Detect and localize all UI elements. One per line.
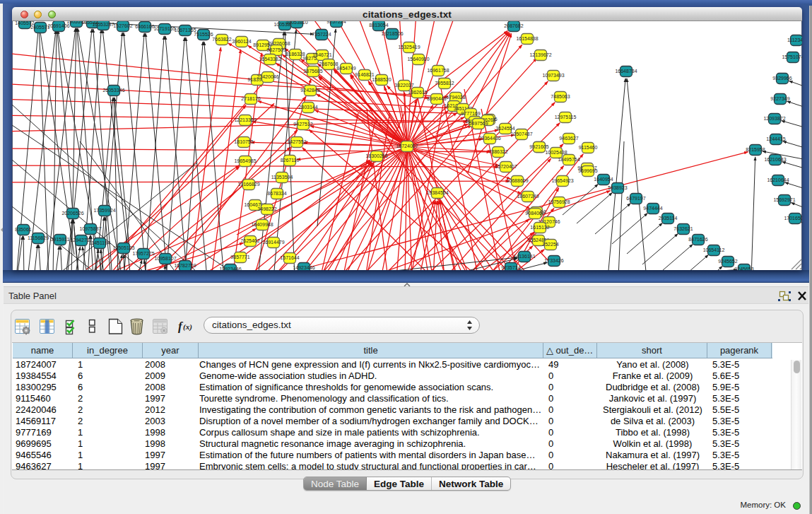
svg-text:9115460: 9115460 — [579, 145, 598, 150]
svg-text:9827509: 9827509 — [266, 47, 286, 52]
svg-text:10654112: 10654112 — [703, 247, 725, 252]
svg-text:2867608: 2867608 — [319, 62, 338, 66]
svg-text:8215958: 8215958 — [746, 147, 765, 152]
svg-text:12213369: 12213369 — [234, 117, 256, 122]
svg-text:7955812: 7955812 — [435, 81, 454, 86]
svg-text:16914479: 16914479 — [262, 240, 284, 245]
svg-text:10975887: 10975887 — [79, 226, 101, 231]
svg-text:11156829: 11156829 — [28, 235, 49, 240]
svg-text:3915911: 3915911 — [51, 237, 70, 242]
svg-text:10507487: 10507487 — [510, 132, 532, 136]
svg-text:15692971: 15692971 — [773, 197, 795, 202]
svg-text:12093872: 12093872 — [763, 116, 785, 121]
svg-text:10671355: 10671355 — [174, 28, 196, 33]
svg-text:10025438: 10025438 — [545, 150, 567, 155]
svg-text:18495754: 18495754 — [558, 157, 579, 162]
svg-text:(x): (x) — [183, 322, 192, 332]
svg-text:835061: 835061 — [15, 227, 31, 232]
svg-text:9245653: 9245653 — [734, 267, 753, 270]
svg-text:3498222: 3498222 — [257, 206, 276, 211]
svg-text:8267110: 8267110 — [281, 158, 300, 163]
svg-text:12139672: 12139672 — [529, 52, 551, 57]
svg-text:9245652: 9245652 — [718, 259, 737, 264]
svg-text:6466160: 6466160 — [135, 24, 154, 29]
svg-text:16782759: 16782759 — [174, 263, 196, 268]
svg-text:20691406: 20691406 — [47, 23, 69, 28]
svg-text:9227349: 9227349 — [770, 96, 789, 101]
svg-text:7625402: 7625402 — [240, 238, 259, 243]
svg-text:8454749: 8454749 — [336, 66, 355, 71]
svg-text:3960124: 3960124 — [232, 39, 251, 44]
svg-text:17016504: 17016504 — [784, 216, 802, 221]
svg-text:16154838: 16154838 — [516, 36, 538, 41]
svg-text:17359924: 17359924 — [93, 208, 115, 213]
svg-text:11451194: 11451194 — [89, 240, 110, 245]
svg-text:10553287: 10553287 — [92, 22, 114, 27]
svg-text:1527602: 1527602 — [113, 23, 132, 28]
svg-text:1588520: 1588520 — [372, 77, 391, 82]
svg-text:7357224: 7357224 — [312, 32, 331, 37]
svg-text:14136141: 14136141 — [513, 254, 535, 259]
svg-text:1571644: 1571644 — [280, 255, 299, 260]
svg-text:14923446: 14923446 — [293, 265, 314, 270]
svg-text:19384554: 19384554 — [426, 190, 448, 195]
svg-text:1546721: 1546721 — [312, 52, 331, 57]
svg-text:8678334: 8678334 — [267, 191, 286, 196]
svg-text:6497569: 6497569 — [469, 121, 488, 126]
svg-text:19756928: 19756928 — [548, 199, 570, 204]
svg-text:2803144: 2803144 — [298, 105, 317, 110]
svg-text:9146821: 9146821 — [355, 72, 374, 77]
svg-text:6479197: 6479197 — [626, 196, 645, 201]
svg-text:12923446: 12923446 — [219, 267, 241, 270]
svg-text:7485063: 7485063 — [551, 94, 570, 99]
svg-text:3822037: 3822037 — [394, 83, 413, 88]
svg-text:12975115: 12975115 — [555, 115, 577, 119]
svg-text:17957275: 17957275 — [132, 251, 154, 256]
svg-text:7663822: 7663822 — [212, 37, 231, 42]
svg-text:19654985: 19654985 — [234, 158, 256, 163]
svg-text:10688609: 10688609 — [506, 178, 528, 183]
svg-text:7386322: 7386322 — [488, 149, 507, 154]
svg-text:9474444: 9474444 — [643, 206, 662, 211]
svg-text:12505135: 12505135 — [112, 245, 134, 250]
svg-text:16961758: 16961758 — [427, 68, 449, 73]
svg-text:20364436: 20364436 — [478, 136, 500, 141]
svg-text:92160: 92160 — [532, 144, 546, 149]
svg-text:10973493: 10973493 — [542, 73, 564, 78]
svg-text:5938923: 5938923 — [608, 185, 627, 190]
svg-text:9699695: 9699695 — [578, 168, 597, 173]
svg-text:16210644: 16210644 — [767, 177, 789, 182]
svg-text:10053810: 10053810 — [286, 21, 307, 25]
svg-text:15751074: 15751074 — [782, 54, 802, 59]
svg-text:6794028: 6794028 — [446, 95, 465, 100]
svg-text:9242848: 9242848 — [300, 88, 319, 93]
svg-text:9329966: 9329966 — [772, 76, 792, 81]
svg-text:9463627: 9463627 — [559, 136, 578, 141]
svg-text:8471626: 8471626 — [688, 237, 707, 242]
svg-text:16210643: 16210643 — [764, 157, 786, 162]
svg-text:8990448: 8990448 — [427, 96, 446, 101]
svg-text:26053346: 26053346 — [102, 88, 124, 93]
svg-text:2935114: 2935114 — [659, 216, 678, 221]
svg-text:7515526: 7515526 — [194, 32, 213, 37]
svg-text:15640910: 15640910 — [407, 57, 429, 62]
svg-text:8813054: 8813054 — [369, 23, 388, 28]
svg-text:1112345: 1112345 — [787, 37, 802, 42]
svg-text:16409948: 16409948 — [251, 222, 273, 227]
svg-text:19218506: 19218506 — [381, 31, 403, 36]
svg-text:10958107: 10958107 — [154, 256, 176, 261]
svg-text:2087682: 2087682 — [504, 23, 523, 28]
svg-text:3875685: 3875685 — [303, 69, 322, 74]
svg-text:9257224: 9257224 — [326, 21, 346, 24]
svg-text:1640954: 1640954 — [594, 177, 613, 182]
svg-text:9235714: 9235714 — [501, 265, 520, 270]
svg-text:15325419: 15325419 — [398, 45, 420, 49]
svg-text:18300295: 18300295 — [365, 153, 387, 158]
svg-text:18724007: 18724007 — [396, 144, 418, 148]
svg-text:1362615: 1362615 — [408, 90, 427, 95]
svg-text:9427512: 9427512 — [293, 122, 312, 127]
svg-text:16648784: 16648784 — [615, 69, 637, 74]
svg-text:1427552: 1427552 — [287, 139, 306, 144]
svg-text:3624554: 3624554 — [495, 126, 514, 131]
svg-text:1244415: 1244415 — [766, 136, 785, 141]
